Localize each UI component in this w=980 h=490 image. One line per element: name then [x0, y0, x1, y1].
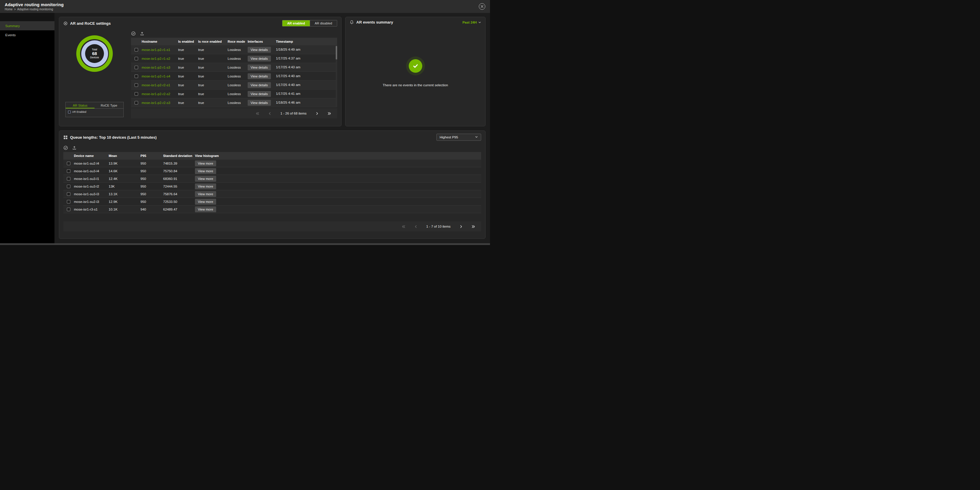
roce-mode-cell: Lossless: [228, 57, 248, 60]
row-checkbox[interactable]: [135, 48, 138, 51]
select-all-icon[interactable]: [63, 145, 68, 150]
last-page-icon[interactable]: [471, 225, 475, 228]
view-details-button[interactable]: View details: [248, 56, 271, 62]
row-checkbox[interactable]: [67, 169, 70, 173]
row-checkbox[interactable]: [67, 177, 70, 180]
sidebar-top-spacer: [0, 13, 54, 21]
ar-pagination: 1 - 26 of 68 items: [131, 108, 337, 118]
next-page-icon[interactable]: [460, 225, 463, 228]
export-icon[interactable]: [72, 146, 76, 150]
table-row[interactable]: mose-isr1-su3-l3 13.1K 950 75876.64 View…: [63, 190, 481, 198]
sidebar-item-summary[interactable]: Summary: [0, 21, 54, 30]
hostname-link[interactable]: mose-isr1-p2-r2-s2: [142, 92, 170, 96]
events-panel-title: AR events summary: [356, 20, 393, 24]
view-details-button[interactable]: View details: [248, 73, 271, 79]
view-more-button[interactable]: View more: [195, 199, 216, 205]
hostname-link[interactable]: mose-isr1-p2-r2-s1: [142, 83, 170, 87]
view-details-button[interactable]: View details: [248, 100, 271, 106]
table-row[interactable]: mose-isr1-p2-r1-s2 true true Lossless Vi…: [131, 54, 337, 63]
row-checkbox[interactable]: [135, 66, 138, 69]
row-checkbox[interactable]: [135, 57, 138, 60]
first-page-icon[interactable]: [402, 225, 406, 228]
col-device-name: Device name: [74, 154, 109, 158]
sidebar-item-events[interactable]: Events: [0, 30, 54, 40]
select-all-icon[interactable]: [131, 31, 136, 36]
table-row[interactable]: mose-isr1-su2-l3 12.9K 950 72533.50 View…: [63, 198, 481, 205]
horizontal-scrollbar[interactable]: [0, 243, 490, 245]
view-more-button[interactable]: View more: [195, 191, 216, 197]
ar-enabled-toggle[interactable]: AR enabled: [282, 20, 310, 26]
table-row[interactable]: mose-isr1-p2-r1-s3 true true Lossless Vi…: [131, 63, 337, 72]
last-page-icon[interactable]: [328, 112, 331, 115]
device-name-cell: mose-isr1-su3-l2: [74, 185, 109, 188]
queue-table-body: mose-isr1-su2-l4 13.9K 950 74815.39 View…: [63, 160, 481, 213]
next-page-icon[interactable]: [315, 112, 319, 115]
ar-table-toolbar: [131, 29, 337, 38]
table-row[interactable]: mose-isr1-su3-l4 14.6K 950 75750.84 View…: [63, 167, 481, 175]
table-row[interactable]: mose-isr1-su3-l1 12.4K 950 68360.91 View…: [63, 175, 481, 183]
view-more-button[interactable]: View more: [195, 161, 216, 166]
view-more-button[interactable]: View more: [195, 168, 216, 174]
ar-disabled-toggle[interactable]: AR disabled: [310, 20, 337, 26]
table-scrollbar[interactable]: [336, 45, 337, 107]
view-details-button[interactable]: View details: [248, 65, 271, 70]
row-checkbox[interactable]: [135, 83, 138, 87]
view-details-button[interactable]: View details: [248, 91, 271, 97]
prev-page-icon[interactable]: [268, 112, 272, 115]
view-details-button[interactable]: View details: [248, 82, 271, 88]
donut-center-top: Total: [92, 48, 97, 51]
legend-item-ar-enabled[interactable]: AR Enabled: [68, 110, 121, 113]
mean-cell: 12.4K: [109, 177, 140, 180]
time-range-dropdown[interactable]: Past 24H: [462, 21, 481, 24]
roce-mode-cell: Lossless: [228, 75, 248, 78]
legend-checkbox[interactable]: [68, 111, 71, 113]
first-page-icon[interactable]: [256, 112, 259, 115]
roce-mode-cell: Lossless: [228, 92, 248, 96]
row-checkbox[interactable]: [67, 192, 70, 196]
row-checkbox[interactable]: [135, 75, 138, 78]
hostname-link[interactable]: mose-isr1-p2-r1-s1: [142, 48, 170, 51]
table-row[interactable]: mose-isr1-p2-r1-s1 true true Lossless Vi…: [131, 45, 337, 54]
col-is-roce-enabled: Is roce enabled: [198, 40, 228, 43]
events-empty-message: There are no events in the current selec…: [383, 83, 448, 87]
view-more-button[interactable]: View more: [195, 183, 216, 189]
row-checkbox[interactable]: [67, 200, 70, 204]
chart-legend: AR Enabled: [66, 109, 123, 117]
row-checkbox[interactable]: [67, 208, 70, 211]
hostname-link[interactable]: mose-isr1-p2-r1-s3: [142, 66, 170, 69]
pagination-label: 1 - 26 of 68 items: [280, 111, 307, 115]
row-checkbox[interactable]: [135, 92, 138, 96]
table-row[interactable]: mose-isr1-r3-s1 10.1K 940 62489.47 View …: [63, 205, 481, 213]
hostname-link[interactable]: mose-isr1-p2-r1-s4: [142, 75, 170, 78]
tab-ar-status[interactable]: AR Status: [66, 102, 94, 108]
table-row[interactable]: mose-isr1-p2-r2-s1 true true Lossless Vi…: [131, 81, 337, 89]
table-row[interactable]: mose-isr1-su2-l4 13.9K 950 74815.39 View…: [63, 160, 481, 167]
std-deviation-cell: 75876.64: [163, 192, 195, 196]
export-icon[interactable]: [140, 32, 144, 36]
row-checkbox[interactable]: [67, 162, 70, 165]
sort-dropdown[interactable]: Highest P95: [436, 134, 481, 141]
tab-roce-type[interactable]: RoCE Type: [94, 102, 123, 108]
row-checkbox[interactable]: [135, 101, 138, 105]
view-details-button[interactable]: View details: [248, 47, 271, 53]
breadcrumb-home[interactable]: Home: [5, 8, 13, 11]
breadcrumb-separator: >: [14, 8, 16, 11]
table-row[interactable]: mose-isr1-p2-r1-s4 true true Lossless Vi…: [131, 72, 337, 81]
prev-page-icon[interactable]: [414, 225, 418, 228]
row-checkbox[interactable]: [67, 185, 70, 188]
table-row[interactable]: mose-isr1-su3-l2 13K 950 72444.55 View m…: [63, 183, 481, 190]
hostname-link[interactable]: mose-isr1-p2-r1-s2: [142, 57, 170, 60]
close-icon[interactable]: [479, 3, 485, 10]
table-scrollbar-thumb[interactable]: [336, 46, 337, 59]
col-p95: P95: [140, 154, 163, 158]
view-more-button[interactable]: View more: [195, 207, 216, 212]
roce-mode-cell: Lossless: [228, 83, 248, 87]
view-more-button[interactable]: View more: [195, 176, 216, 182]
ar-panel-title: AR and RoCE settings: [70, 21, 111, 25]
timestamp-cell: 1/17/25 4:41 am: [276, 92, 337, 96]
p95-cell: 950: [140, 162, 163, 165]
hostname-link[interactable]: mose-isr1-p2-r2-s3: [142, 101, 170, 105]
col-hostname: Hostname: [142, 40, 178, 43]
table-row[interactable]: mose-isr1-p2-r2-s2 true true Lossless Vi…: [131, 89, 337, 99]
table-row[interactable]: mose-isr1-p2-r2-s3 true true Lossless Vi…: [131, 99, 337, 107]
